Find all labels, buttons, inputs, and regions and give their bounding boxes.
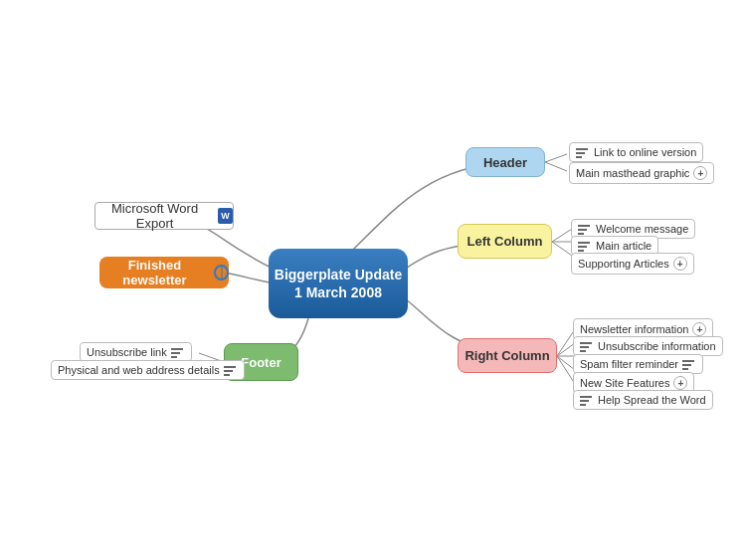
leaf-text: Main article	[596, 240, 652, 252]
leaf-text: Unsubscribe link	[87, 346, 167, 358]
lines-icon	[578, 223, 592, 235]
central-node: Biggerplate Update 1 March 2008	[269, 249, 408, 318]
leaf-masthead: Main masthead graphic +	[569, 162, 714, 184]
leaf-supporting: Supporting Articles +	[571, 253, 694, 275]
leaf-unsubscribe-link: Unsubscribe link	[80, 342, 192, 362]
plus-icon: +	[692, 322, 706, 336]
leaf-link-online: Link to online version	[569, 142, 703, 162]
svg-line-0	[545, 154, 567, 162]
central-label: Biggerplate Update 1 March 2008	[269, 266, 408, 301]
leaf-text: Unsubscribe information	[598, 340, 716, 352]
leaf-text: Spam filter reminder	[580, 358, 678, 370]
leaf-address: Physical and web address details	[51, 360, 245, 380]
leaf-text: Link to online version	[594, 146, 696, 158]
leaf-unsubscribe-info: Unsubscribe information	[573, 336, 723, 356]
leaf-text: Help Spread the Word	[598, 394, 706, 406]
msword-node: Microsoft Word Export W	[94, 202, 234, 230]
leaf-text: New Site Features	[580, 377, 669, 389]
lines-icon	[576, 146, 590, 158]
right-column-label: Right Column	[465, 348, 549, 363]
plus-icon: +	[693, 166, 707, 180]
leaf-text: Physical and web address details	[58, 364, 220, 376]
svg-line-4	[552, 242, 572, 256]
finished-label: Finished newsletter	[99, 258, 210, 287]
finished-newsletter-node: Finished newsletter	[99, 257, 229, 288]
leaf-help-spread: Help Spread the Word	[573, 390, 713, 410]
lines-icon	[580, 394, 594, 406]
plus-icon: +	[673, 376, 687, 390]
msword-label: Microsoft Word Export	[95, 201, 214, 231]
svg-line-2	[552, 229, 572, 242]
header-label: Header	[483, 155, 527, 170]
lines-icon	[682, 358, 696, 370]
msword-icon: W	[218, 208, 233, 224]
globe-icon	[214, 265, 229, 280]
leaf-text: Newsletter information	[580, 323, 688, 335]
header-node: Header	[466, 147, 545, 177]
lines-icon	[171, 346, 185, 358]
lines-icon	[224, 364, 238, 376]
plus-icon: +	[673, 257, 687, 271]
lines-icon	[578, 240, 592, 252]
leaf-text: Supporting Articles	[578, 258, 669, 270]
left-column-node: Left Column	[458, 224, 552, 259]
right-column-node: Right Column	[458, 338, 557, 373]
leaf-spam: Spam filter reminder	[573, 354, 703, 374]
leaf-text: Welcome message	[596, 223, 688, 235]
lines-icon	[580, 340, 594, 352]
svg-line-1	[545, 162, 567, 171]
leaf-text: Main masthead graphic	[576, 167, 689, 179]
left-column-label: Left Column	[467, 234, 543, 249]
footer-label: Footer	[241, 355, 280, 370]
